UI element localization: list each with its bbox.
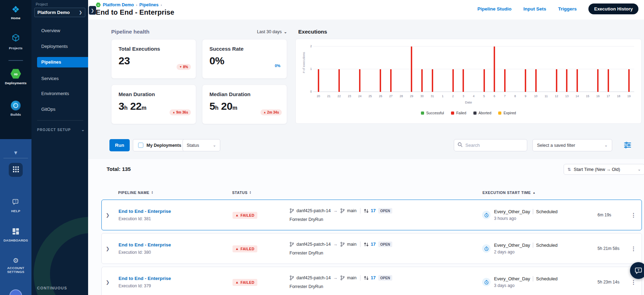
expand-row-button[interactable]: ❯ bbox=[102, 280, 114, 285]
sidebar-item-help[interactable]: ? HELP bbox=[0, 198, 31, 213]
sidebar-item-services[interactable]: Services bbox=[37, 73, 88, 84]
triangle-up-icon: ▲ bbox=[263, 111, 266, 114]
header-pipeline-name[interactable]: PIPELINE NAME ▲▼ bbox=[113, 190, 232, 195]
expand-row-button[interactable]: ❯ bbox=[102, 246, 114, 251]
success-rate-corner: 0% bbox=[275, 64, 280, 68]
sidebar-item-gitops[interactable]: GitOps bbox=[37, 104, 88, 115]
source-branch[interactable]: danf425-patch-14 bbox=[296, 208, 331, 213]
failed-bar[interactable] bbox=[484, 69, 485, 92]
failed-bar[interactable] bbox=[380, 69, 381, 92]
failed-bar[interactable] bbox=[411, 46, 412, 92]
module-grid-button[interactable] bbox=[9, 163, 23, 177]
failed-bar[interactable] bbox=[452, 69, 454, 92]
pr-number-link[interactable]: 17 bbox=[371, 208, 376, 213]
tab-triggers[interactable]: Triggers bbox=[558, 6, 577, 12]
tab-pipeline-studio[interactable]: Pipeline Studio bbox=[477, 6, 511, 12]
pipeline-health-section: Pipeline health Last 30 days ⌄ Total Exe… bbox=[88, 20, 644, 159]
breadcrumb-pipelines[interactable]: Pipelines bbox=[139, 2, 159, 7]
failed-bar[interactable] bbox=[494, 46, 495, 92]
failed-bar[interactable] bbox=[318, 69, 319, 92]
status-dropdown[interactable]: Status ⌄ bbox=[183, 139, 220, 151]
target-branch[interactable]: main bbox=[347, 208, 357, 213]
filter-settings-button[interactable] bbox=[624, 142, 632, 149]
source-branch[interactable]: danf425-patch-14 bbox=[296, 242, 331, 247]
pr-number-link[interactable]: 17 bbox=[371, 242, 376, 247]
chevron-right-icon: ❯ bbox=[79, 10, 82, 15]
pipeline-name-link[interactable]: End to End - Enterprise bbox=[119, 242, 232, 247]
pr-state-badge: OPEN bbox=[378, 275, 392, 281]
target-branch[interactable]: main bbox=[347, 275, 357, 280]
source-branch[interactable]: danf425-patch-14 bbox=[296, 275, 331, 280]
failed-bar[interactable] bbox=[463, 69, 464, 92]
legend-item[interactable]: Successful bbox=[421, 111, 444, 115]
failed-bar[interactable] bbox=[525, 69, 526, 92]
failed-bar[interactable] bbox=[597, 69, 599, 92]
sidebar-item-builds[interactable]: Builds bbox=[0, 101, 31, 116]
collapse-modules-button[interactable]: ▼ bbox=[0, 150, 31, 155]
sidebar-item-overview[interactable]: Overview bbox=[37, 26, 88, 36]
sidebar-item-home[interactable]: ❖ Home bbox=[0, 5, 31, 20]
failed-bar[interactable] bbox=[577, 69, 578, 92]
header-status[interactable]: STATUS ▲▼ bbox=[232, 190, 289, 195]
execution-row[interactable]: ❯ End to End - Enterprise Execution Id: … bbox=[101, 200, 642, 230]
breadcrumb-project[interactable]: Platform Demo bbox=[103, 2, 134, 7]
sidebar-collapse-button[interactable]: ❯ bbox=[89, 6, 96, 15]
row-menu-button[interactable]: ⋮ bbox=[625, 279, 642, 286]
sidebar-item-dashboards[interactable]: DASHBOARDS bbox=[0, 228, 31, 242]
page-title: End to End - Enterprise bbox=[96, 8, 174, 16]
failed-bar[interactable] bbox=[421, 69, 423, 92]
header-execution-start-time[interactable]: EXECUTION START TIME ▲ bbox=[482, 190, 598, 195]
tab-execution-history[interactable]: Execution History bbox=[588, 3, 638, 14]
run-button[interactable]: Run bbox=[109, 139, 130, 151]
failed-bar[interactable] bbox=[432, 69, 433, 92]
tab-input-sets[interactable]: Input Sets bbox=[523, 6, 546, 12]
time-range-dropdown[interactable]: Last 30 days ⌄ bbox=[257, 29, 287, 34]
project-selector[interactable]: Platform Demo ❯ bbox=[34, 8, 85, 17]
pipeline-name-link[interactable]: End to End - Enterprise bbox=[119, 276, 232, 281]
failed-bar[interactable] bbox=[628, 69, 630, 92]
legend-item[interactable]: Expired bbox=[498, 111, 516, 115]
x-axis-label: Date bbox=[296, 100, 641, 104]
pipeline-name-link[interactable]: End to End - Enterprise bbox=[119, 209, 232, 214]
execution-rows: ❯ End to End - Enterprise Execution Id: … bbox=[101, 200, 642, 295]
bar-series-failed bbox=[313, 46, 634, 92]
project-setup-toggle[interactable]: PROJECT SETUP ⌄ bbox=[37, 127, 85, 132]
y-axis-label: # of executions bbox=[302, 47, 306, 78]
pr-number-link[interactable]: 17 bbox=[371, 275, 376, 280]
failed-bar[interactable] bbox=[566, 69, 567, 92]
pipeline-toolbar: Run My Deployments Status ⌄ Select a sav… bbox=[88, 139, 644, 152]
sort-dropdown[interactable]: ⇅ Start Time (New → Old) ⌄ bbox=[564, 164, 644, 175]
sidebar-item-deployments-proj[interactable]: Deployments bbox=[37, 41, 88, 52]
saved-filter-dropdown[interactable]: Select a saved filter ⌄ bbox=[532, 139, 612, 151]
git-branch-icon bbox=[289, 242, 294, 247]
sidebar-item-account-settings[interactable]: ⚙ ACCOUNT SETTINGS bbox=[0, 257, 31, 274]
execution-row[interactable]: ❯ End to End - Enterprise Execution Id: … bbox=[101, 267, 642, 295]
failed-bar[interactable] bbox=[556, 69, 557, 92]
pr-state-badge: OPEN bbox=[378, 208, 392, 214]
row-menu-button[interactable]: ⋮ bbox=[625, 212, 642, 218]
failed-bar[interactable] bbox=[338, 69, 340, 92]
execution-row[interactable]: ❯ End to End - Enterprise Execution Id: … bbox=[101, 233, 642, 264]
divider bbox=[360, 208, 360, 214]
my-deployments-filter[interactable]: My Deployments bbox=[133, 139, 186, 151]
my-deployments-checkbox[interactable] bbox=[138, 143, 143, 148]
expand-row-button[interactable]: ❯ bbox=[102, 213, 114, 218]
failed-bar[interactable] bbox=[608, 69, 609, 92]
total-count: Total: 135 bbox=[107, 166, 131, 172]
sidebar-item-pipelines[interactable]: Pipelines bbox=[37, 57, 88, 67]
sidebar-item-deployments[interactable]: ∞ Deployments bbox=[0, 69, 31, 85]
failed-bar[interactable] bbox=[504, 69, 506, 92]
pull-request-icon bbox=[364, 276, 368, 280]
row-menu-button[interactable]: ⋮ bbox=[625, 245, 642, 252]
support-chat-button[interactable]: ? bbox=[630, 262, 644, 279]
legend-item[interactable]: Aborted bbox=[473, 111, 492, 115]
target-branch[interactable]: main bbox=[347, 242, 357, 247]
sidebar-item-projects[interactable]: Projects bbox=[0, 34, 31, 50]
failed-bar[interactable] bbox=[359, 69, 360, 92]
search-input[interactable] bbox=[465, 143, 527, 148]
sidebar-item-environments[interactable]: Environments bbox=[37, 88, 88, 99]
legend-item[interactable]: Failed bbox=[451, 111, 466, 115]
failed-bar[interactable] bbox=[535, 69, 537, 92]
failed-bar[interactable] bbox=[390, 69, 392, 92]
execution-id: Execution Id: 380 bbox=[119, 250, 232, 255]
